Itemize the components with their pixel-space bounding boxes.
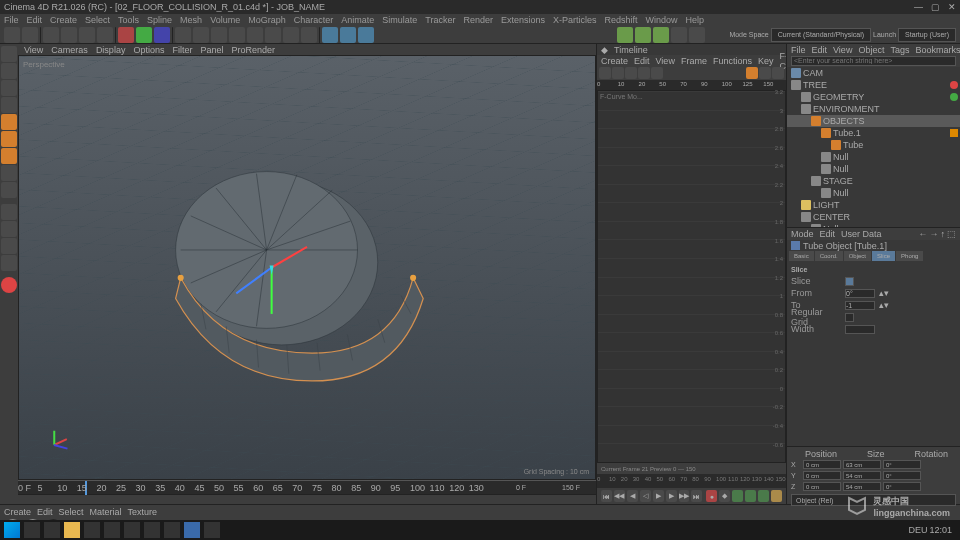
menu-select[interactable]: Select — [85, 15, 110, 25]
menu-spline[interactable]: Spline — [147, 15, 172, 25]
app-icon-4[interactable] — [164, 522, 180, 538]
explorer-icon[interactable] — [64, 522, 80, 538]
axis-button[interactable] — [1, 165, 17, 181]
coord-s-z[interactable] — [843, 482, 881, 491]
vmenu-options[interactable]: Options — [133, 45, 164, 55]
picture-viewer-button[interactable] — [358, 27, 374, 43]
menu-simulate[interactable]: Simulate — [382, 15, 417, 25]
start-button[interactable] — [4, 522, 20, 538]
menu-character[interactable]: Character — [294, 15, 334, 25]
light-button[interactable] — [301, 27, 317, 43]
to-stepper-icon[interactable]: ▴▾ — [879, 300, 889, 310]
coord-s-y[interactable] — [843, 471, 881, 480]
key-scale-button[interactable] — [745, 490, 756, 502]
mat-menu-texture[interactable]: Texture — [128, 507, 158, 517]
fc-tool-2[interactable] — [612, 67, 624, 79]
fcurve-ruler[interactable]: 01020507090100125150 — [597, 80, 786, 90]
mat-menu-create[interactable]: Create — [4, 507, 31, 517]
nurbs-primitive[interactable] — [211, 27, 227, 43]
menu-file[interactable]: File — [4, 15, 19, 25]
om-item[interactable]: CENTER — [787, 211, 960, 223]
attr-menu-user-data[interactable]: User Data — [841, 229, 882, 239]
menu-create[interactable]: Create — [50, 15, 77, 25]
render-settings-button[interactable] — [340, 27, 356, 43]
menu-mesh[interactable]: Mesh — [180, 15, 202, 25]
xp-button-3[interactable] — [653, 27, 669, 43]
from-stepper-icon[interactable]: ▴▾ — [879, 288, 889, 298]
tl-menu-edit[interactable]: Edit — [634, 56, 650, 66]
task-view-icon[interactable] — [44, 522, 60, 538]
tl-menu-frame[interactable]: Frame — [681, 56, 707, 66]
menu-tools[interactable]: Tools — [118, 15, 139, 25]
attr-menu-mode[interactable]: Mode — [791, 229, 814, 239]
timeline-scrub[interactable] — [18, 494, 596, 504]
width-input[interactable] — [845, 325, 875, 334]
render-view-button[interactable] — [322, 27, 338, 43]
move-tool[interactable] — [61, 27, 77, 43]
environment-button[interactable] — [265, 27, 281, 43]
regular-grid-checkbox[interactable] — [845, 313, 854, 322]
key-pos-button[interactable] — [732, 490, 743, 502]
vmenu-cameras[interactable]: Cameras — [51, 45, 88, 55]
om-menu-bookmarks[interactable]: Bookmarks — [915, 45, 960, 55]
fc-tool-7[interactable] — [772, 67, 784, 79]
tl-menu-view[interactable]: View — [656, 56, 675, 66]
point-mode-button[interactable] — [1, 114, 17, 130]
key-param-button[interactable] — [771, 490, 782, 502]
menu-redshift[interactable]: Redshift — [605, 15, 638, 25]
tl-menu-create[interactable]: Create — [601, 56, 628, 66]
menu-mograph[interactable]: MoGraph — [248, 15, 286, 25]
texture-mode-button[interactable] — [1, 80, 17, 96]
om-tag-icon[interactable] — [950, 129, 958, 137]
fc-tool-key[interactable] — [746, 67, 758, 79]
om-menu-view[interactable]: View — [833, 45, 852, 55]
undo-button[interactable] — [4, 27, 20, 43]
app-icon-5[interactable] — [204, 522, 220, 538]
menu-render[interactable]: Render — [463, 15, 493, 25]
om-menu-edit[interactable]: Edit — [812, 45, 828, 55]
om-item[interactable]: Tube — [787, 139, 960, 151]
windows-taskbar[interactable]: DEU 12:01 — [0, 520, 960, 540]
om-item[interactable]: Null — [787, 151, 960, 163]
deformer-button[interactable] — [247, 27, 263, 43]
attr-menu-edit[interactable]: Edit — [820, 229, 836, 239]
menu-x-particles[interactable]: X-Particles — [553, 15, 597, 25]
fc-tool-6[interactable] — [759, 67, 771, 79]
menu-window[interactable]: Window — [646, 15, 678, 25]
timeline-ruler[interactable]: 0 F5101520253035404550556065707580859095… — [18, 480, 596, 494]
prev-frame-button[interactable]: ◀ — [627, 490, 638, 502]
app-icon-2[interactable] — [124, 522, 140, 538]
viewport-solo-button[interactable] — [1, 182, 17, 198]
play-button[interactable]: ▶ — [653, 490, 664, 502]
mat-menu-select[interactable]: Select — [59, 507, 84, 517]
cube-primitive[interactable] — [175, 27, 191, 43]
rs-button-1[interactable] — [671, 27, 687, 43]
om-item[interactable]: Null — [787, 163, 960, 175]
poly-mode-button[interactable] — [1, 148, 17, 164]
om-tag-icon[interactable] — [950, 81, 958, 89]
attr-fwd-icon[interactable]: → — [930, 229, 939, 239]
prev-key-button[interactable]: ◀◀ — [614, 490, 625, 502]
fc-tool-1[interactable] — [599, 67, 611, 79]
tl-menu-functions[interactable]: Functions — [713, 56, 752, 66]
coord-r-y[interactable] — [883, 471, 921, 480]
om-item[interactable]: Tube.1 — [787, 127, 960, 139]
fcurve-editor[interactable]: F-Curve Mo... 3.232.82.62.42.221.81.61.4… — [597, 90, 786, 463]
locked-workplane-button[interactable] — [1, 238, 17, 254]
xp-button-1[interactable] — [617, 27, 633, 43]
om-item[interactable]: STAGE — [787, 175, 960, 187]
startup-select[interactable]: Startup (User) — [898, 28, 956, 42]
om-item[interactable]: OBJECTS — [787, 115, 960, 127]
spline-primitive[interactable] — [193, 27, 209, 43]
coord-p-x[interactable] — [803, 460, 841, 469]
fc-tool-5[interactable] — [651, 67, 663, 79]
om-item[interactable]: ENVIRONMENT — [787, 103, 960, 115]
menu-animate[interactable]: Animate — [341, 15, 374, 25]
slice-checkbox[interactable] — [845, 277, 854, 286]
om-menu-object[interactable]: Object — [858, 45, 884, 55]
planar-workplane-button[interactable] — [1, 255, 17, 271]
camera-button[interactable] — [283, 27, 299, 43]
attr-tab-object[interactable]: Object — [844, 251, 871, 261]
vmenu-view[interactable]: View — [24, 45, 43, 55]
app-icon-3[interactable] — [144, 522, 160, 538]
